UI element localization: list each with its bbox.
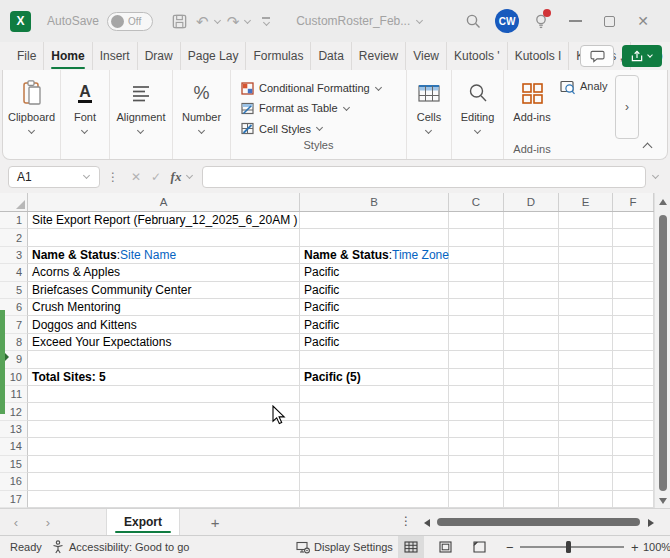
account-button[interactable]: CW <box>490 6 524 36</box>
row-header-3[interactable]: 3 <box>0 247 28 264</box>
cell-C16[interactable] <box>449 473 504 490</box>
cell-C15[interactable] <box>449 456 504 473</box>
cell-E5[interactable] <box>559 282 613 299</box>
maximize-button[interactable] <box>592 6 626 36</box>
cell-F13[interactable] <box>613 421 654 438</box>
cell-C9[interactable] <box>449 351 504 368</box>
cell-B14[interactable] <box>300 438 449 455</box>
row-header-15[interactable]: 15 <box>0 456 28 473</box>
cell-F3[interactable] <box>613 247 654 264</box>
conditional-formatting-button[interactable]: Conditional Formatting <box>241 78 383 98</box>
name-box[interactable]: A1 <box>8 166 100 188</box>
scroll-down-icon[interactable] <box>659 498 667 504</box>
insert-function-button[interactable]: fx <box>166 169 186 185</box>
cell-C14[interactable] <box>449 438 504 455</box>
accessibility-status[interactable]: Accessibility: Good to go <box>52 536 189 558</box>
row-header-4[interactable]: 4 <box>0 264 28 281</box>
zoom-in-button[interactable]: + <box>631 536 639 558</box>
cell-D14[interactable] <box>504 438 559 455</box>
ribbon-tab-data[interactable]: Data <box>311 42 351 70</box>
cell-B4[interactable]: Pacific <box>300 264 449 281</box>
ribbon-tab-formulas[interactable]: Formulas <box>246 42 311 70</box>
cell-E13[interactable] <box>559 421 613 438</box>
ribbon-tab-page-lay[interactable]: Page Lay <box>181 42 247 70</box>
page-layout-view-button[interactable] <box>432 536 458 558</box>
cell-E3[interactable] <box>559 247 613 264</box>
cell-E14[interactable] <box>559 438 613 455</box>
cell-B16[interactable] <box>300 473 449 490</box>
zoom-track[interactable] <box>520 546 624 548</box>
cell-C13[interactable] <box>449 421 504 438</box>
ribbon-tab-kutools-i[interactable]: Kutools I <box>508 42 570 70</box>
cell-C5[interactable] <box>449 282 504 299</box>
cell-E16[interactable] <box>559 473 613 490</box>
cell-F17[interactable] <box>613 491 654 508</box>
undo-button[interactable]: ↶ <box>195 12 210 31</box>
ribbon-tab-review[interactable]: Review <box>352 42 406 70</box>
cell-A17[interactable] <box>28 491 300 508</box>
cell-C12[interactable] <box>449 403 504 420</box>
next-sheet-button[interactable]: › <box>32 509 64 535</box>
cell-C6[interactable] <box>449 299 504 316</box>
cell-D4[interactable] <box>504 264 559 281</box>
cell-A1[interactable]: Site Export Report (February_12_2025_6_2… <box>28 212 300 229</box>
cell-C11[interactable] <box>449 386 504 403</box>
display-settings-button[interactable]: Display Settings <box>296 536 393 558</box>
row-header-16[interactable]: 16 <box>0 473 28 490</box>
cell-D11[interactable] <box>504 386 559 403</box>
search-button[interactable] <box>456 6 490 36</box>
cell-C7[interactable] <box>449 316 504 333</box>
cell-A12[interactable] <box>28 403 300 420</box>
cell-A10[interactable]: Total Sites: 5 <box>28 369 300 386</box>
column-header-D[interactable]: D <box>504 193 559 211</box>
cell-A9[interactable] <box>28 351 300 368</box>
cell-E12[interactable] <box>559 403 613 420</box>
sheet-tab-export[interactable]: Export <box>106 509 180 535</box>
sheet-options-dots-icon[interactable]: ⋮ <box>400 514 412 528</box>
vertical-scrollbar[interactable] <box>654 193 670 508</box>
cell-E4[interactable] <box>559 264 613 281</box>
cell-D15[interactable] <box>504 456 559 473</box>
number-group-button[interactable]: % Number <box>173 70 231 159</box>
ribbon-overflow-button[interactable]: › <box>615 75 639 139</box>
cell-B2[interactable] <box>300 229 449 246</box>
addins-button-label[interactable]: Add-ins <box>513 111 550 123</box>
cell-D3[interactable] <box>504 247 559 264</box>
row-header-17[interactable]: 17 <box>0 491 28 508</box>
cell-A6[interactable]: Crush Mentoring <box>28 299 300 316</box>
cell-F5[interactable] <box>613 282 654 299</box>
cell-styles-button[interactable]: Cell Styles <box>241 119 324 139</box>
cell-A13[interactable] <box>28 421 300 438</box>
format-as-table-button[interactable]: Format as Table <box>241 98 351 118</box>
document-title[interactable]: CustomRoster_Feb... <box>296 14 424 28</box>
cell-F15[interactable] <box>613 456 654 473</box>
column-header-C[interactable]: C <box>449 193 504 211</box>
cell-C4[interactable] <box>449 264 504 281</box>
cancel-button[interactable]: ✕ <box>126 170 146 184</box>
redo-dropdown[interactable] <box>244 16 251 23</box>
cell-E10[interactable] <box>559 369 613 386</box>
minimize-button[interactable] <box>558 6 592 36</box>
cell-D6[interactable] <box>504 299 559 316</box>
cell-E1[interactable] <box>559 212 613 229</box>
cell-B3[interactable]: Name & Status: Time Zone <box>300 247 449 264</box>
column-header-B[interactable]: B <box>300 193 449 211</box>
expand-formula-bar-icon[interactable] <box>652 172 659 179</box>
undo-dropdown[interactable] <box>214 16 221 23</box>
scroll-left-icon[interactable] <box>424 519 430 527</box>
scroll-up-icon[interactable] <box>659 199 667 205</box>
clipboard-group-button[interactable]: Clipboard <box>3 70 61 159</box>
cell-A15[interactable] <box>28 456 300 473</box>
cell-A8[interactable]: Exceed Your Expectations <box>28 334 300 351</box>
function-dropdown-icon[interactable] <box>186 172 193 179</box>
editing-group-button[interactable]: Editing <box>452 70 504 159</box>
share-button[interactable] <box>622 45 662 67</box>
cell-B1[interactable] <box>300 212 449 229</box>
ribbon-tab-draw[interactable]: Draw <box>138 42 181 70</box>
previous-sheet-button[interactable]: ‹ <box>0 509 32 535</box>
ribbon-tab-insert[interactable]: Insert <box>93 42 138 70</box>
ribbon-tab-view[interactable]: View <box>406 42 447 70</box>
cell-F4[interactable] <box>613 264 654 281</box>
enter-button[interactable]: ✓ <box>146 170 166 184</box>
select-all-button[interactable] <box>0 193 28 211</box>
